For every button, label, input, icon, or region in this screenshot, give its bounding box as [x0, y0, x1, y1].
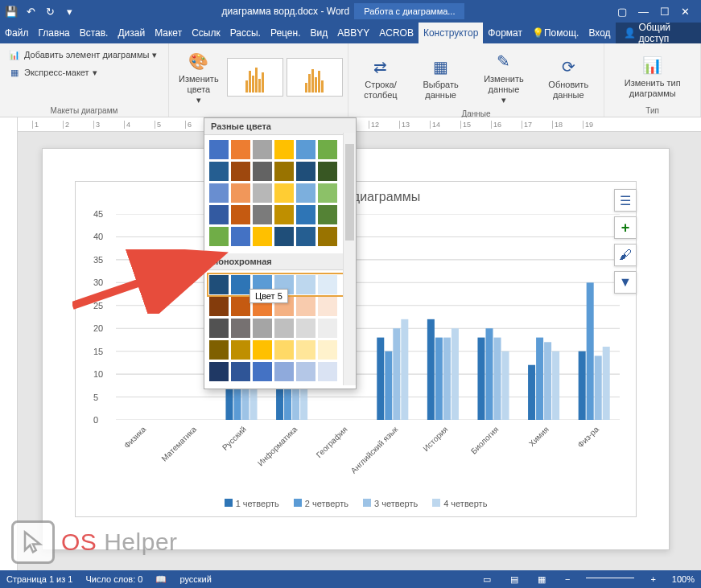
- dropdown-scrollbar[interactable]: [343, 133, 356, 385]
- group-type: Тип: [609, 105, 695, 115]
- add-chart-element-button[interactable]: 📊Добавить элемент диаграммы ▾: [5, 47, 160, 63]
- tab-review[interactable]: Рецен.: [266, 23, 306, 43]
- quick-layout-button[interactable]: ▦Экспресс-макет ▾: [5, 64, 101, 80]
- color-palette-row[interactable]: [209, 227, 351, 246]
- status-page[interactable]: Страница 1 из 1: [6, 574, 72, 584]
- qat-more-icon[interactable]: ▾: [63, 5, 76, 18]
- chart-elements-icon[interactable]: +: [614, 216, 637, 239]
- window-title: диаграмма ворд.docx - Word Работа с диаг…: [80, 3, 606, 19]
- svg-rect-23: [435, 338, 443, 420]
- tab-abbyy[interactable]: ABBYY: [332, 23, 374, 43]
- status-word-count[interactable]: Число слов: 0: [85, 574, 142, 584]
- color-palette-row[interactable]: [209, 162, 351, 181]
- status-language[interactable]: русский: [179, 574, 211, 584]
- edit-data-button[interactable]: ✎Изменить данные ▾: [473, 47, 534, 108]
- zoom-slider[interactable]: [586, 578, 634, 578]
- tab-view[interactable]: Вид: [305, 23, 332, 43]
- window-controls: ▢ — ☐ ✕: [606, 6, 701, 18]
- save-icon[interactable]: 💾: [5, 5, 18, 18]
- chart-tools-label: Работа с диаграмма...: [354, 3, 464, 19]
- svg-rect-24: [443, 338, 451, 420]
- redo-icon[interactable]: ↻: [43, 5, 56, 18]
- style-thumb[interactable]: [287, 58, 343, 97]
- svg-rect-31: [536, 338, 543, 420]
- ribbon: 📊Добавить элемент диаграммы ▾ ▦Экспресс-…: [0, 43, 701, 117]
- style-thumb[interactable]: [227, 58, 283, 97]
- palette-icon: 🎨: [186, 48, 212, 74]
- tab-layout[interactable]: Макет: [150, 23, 187, 43]
- tab-acrobat[interactable]: ACROB: [374, 23, 419, 43]
- tab-insert[interactable]: Встав.: [75, 23, 113, 43]
- color-palette-row[interactable]: [209, 205, 351, 224]
- minimize-icon[interactable]: —: [638, 6, 649, 18]
- tab-design[interactable]: Дизай: [113, 23, 150, 43]
- svg-rect-35: [587, 282, 594, 420]
- close-icon[interactable]: ✕: [681, 6, 690, 18]
- color-palette-row[interactable]: [209, 319, 351, 338]
- ribbon-options-icon[interactable]: ▢: [617, 6, 627, 18]
- undo-icon[interactable]: ↶: [24, 5, 37, 18]
- tab-home[interactable]: Главна: [34, 23, 75, 43]
- group-data: Данные: [353, 108, 600, 118]
- color-palette-row[interactable]: [209, 140, 351, 159]
- color-palette-row[interactable]: [209, 340, 351, 360]
- color-palette-row[interactable]: [209, 362, 351, 381]
- change-colors-dropdown[interactable]: Разные цвета Монохромная Цвет 5: [204, 117, 357, 389]
- status-proofing-icon[interactable]: 📖: [155, 574, 167, 585]
- document-area: Название диаграммы 051015202530354045 Фи…: [18, 132, 701, 570]
- svg-rect-22: [427, 319, 435, 420]
- palette-section-colorful: Разные цвета: [204, 118, 356, 135]
- chart-type-icon: 📊: [640, 52, 666, 78]
- zoom-in-icon[interactable]: +: [647, 574, 658, 584]
- select-data-button[interactable]: ▦Выбрать данные: [411, 52, 469, 102]
- maximize-icon[interactable]: ☐: [660, 6, 670, 18]
- zoom-level[interactable]: 100%: [672, 574, 695, 584]
- sign-in[interactable]: Вход: [583, 23, 615, 43]
- chart-x-labels: ФизикаМатематикаРусскийИнформатикаГеогра…: [116, 425, 620, 481]
- vertical-ruler[interactable]: [0, 117, 18, 570]
- svg-rect-21: [401, 319, 408, 420]
- zoom-out-icon[interactable]: −: [562, 574, 573, 584]
- tab-mailings[interactable]: Рассы.: [225, 23, 266, 43]
- tab-file[interactable]: Файл: [0, 23, 34, 43]
- chart-legend[interactable]: 1 четверть2 четверть3 четверть4 четверть: [76, 499, 636, 508]
- svg-rect-32: [544, 342, 551, 420]
- chart-styles-icon[interactable]: 🖌: [614, 244, 637, 266]
- tab-chart-format[interactable]: Формат: [483, 23, 527, 43]
- chart-layout-options-icon[interactable]: ☰: [614, 189, 637, 212]
- svg-rect-25: [452, 328, 459, 420]
- palette-section-monochrome: Монохромная: [204, 253, 356, 270]
- switch-row-column-button[interactable]: ⇄Строка/столбец: [353, 52, 409, 102]
- view-print-icon[interactable]: ▤: [507, 574, 522, 585]
- cursor-icon: [11, 520, 55, 564]
- change-chart-type-button[interactable]: 📊Изменить тип диаграммы: [609, 51, 695, 101]
- svg-rect-28: [494, 338, 501, 420]
- svg-rect-19: [385, 352, 392, 420]
- svg-rect-20: [393, 328, 400, 420]
- chart-styles-gallery[interactable]: [227, 58, 343, 97]
- share-button[interactable]: 👤 Общий доступ: [616, 23, 701, 43]
- svg-rect-37: [603, 347, 610, 420]
- tab-references[interactable]: Ссылк: [187, 23, 225, 43]
- ribbon-tabs: Файл Главна Встав. Дизай Макет Ссылк Рас…: [0, 23, 701, 43]
- select-data-icon: ▦: [428, 54, 454, 80]
- svg-rect-26: [477, 338, 485, 420]
- quick-access-toolbar: 💾 ↶ ↻ ▾: [0, 5, 80, 18]
- chart-side-buttons: ☰ + 🖌 ▼: [614, 189, 637, 294]
- group-layouts: Макеты диаграмм: [5, 105, 163, 115]
- view-read-icon[interactable]: ▭: [480, 574, 494, 585]
- chart-filters-icon[interactable]: ▼: [614, 271, 637, 294]
- svg-rect-34: [579, 352, 586, 420]
- title-bar: 💾 ↶ ↻ ▾ диаграмма ворд.docx - Word Работ…: [0, 0, 701, 23]
- refresh-data-button[interactable]: ⟳Обновить данные: [538, 52, 599, 102]
- refresh-icon: ⟳: [555, 54, 581, 80]
- document-name: диаграмма ворд.docx - Word: [222, 6, 350, 17]
- switch-icon: ⇄: [368, 54, 394, 80]
- quick-layout-icon: ▦: [8, 66, 21, 79]
- tell-me[interactable]: 💡 Помощ.: [527, 23, 583, 43]
- view-web-icon[interactable]: ▦: [534, 574, 549, 585]
- color-palette-row[interactable]: [209, 183, 351, 203]
- chart-plot-area[interactable]: 051015202530354045: [116, 214, 620, 420]
- tab-chart-design[interactable]: Конструктор: [419, 23, 483, 43]
- change-colors-button[interactable]: 🎨 Изменить цвета ▾: [174, 47, 224, 108]
